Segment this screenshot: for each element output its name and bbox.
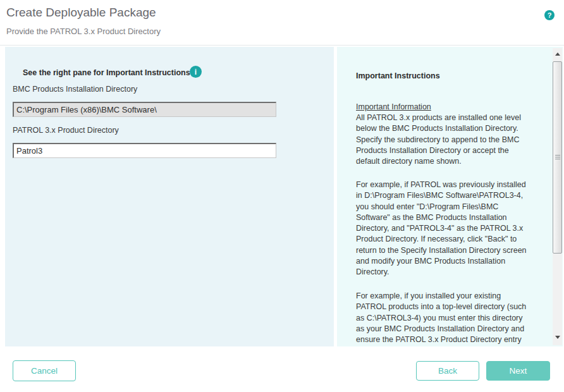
- text-line: PATROL products into a top-level directo…: [356, 302, 552, 312]
- text-line: as your BMC Products Installation Direct…: [356, 324, 552, 334]
- important-information-heading: Important Information: [356, 102, 431, 113]
- form-panel: See the right pane for Important Instruc…: [5, 47, 334, 346]
- text-line: Specify the subdirectory to append to th…: [356, 135, 552, 145]
- next-button[interactable]: Next: [486, 361, 550, 381]
- wizard-window: Create Deployable Package Provide the PA…: [0, 0, 564, 392]
- page-subtitle: Provide the PATROL 3.x Product Directory: [6, 27, 161, 36]
- text-line: as C:\PATROL3-4) you must enter this dir…: [356, 313, 552, 324]
- instructions-title: Important Instructions: [356, 71, 440, 80]
- page-title: Create Deployable Package: [6, 6, 156, 20]
- text-line: return to the Specify Installation Direc…: [356, 245, 552, 256]
- scrollbar-track[interactable]: [553, 48, 562, 345]
- scroll-thumb-grip-icon: [555, 155, 560, 160]
- text-line: Directory, and "PATROL3-4" as the PATROL…: [356, 223, 552, 234]
- back-button[interactable]: Back: [416, 361, 479, 381]
- instructions-paragraph: For example, if you installed your exist…: [356, 291, 552, 346]
- text-line: Directory.: [356, 267, 552, 278]
- cancel-button[interactable]: Cancel: [13, 360, 76, 381]
- scroll-up-icon: [555, 52, 560, 56]
- header-divider: [0, 45, 564, 46]
- text-line: Products Installation Directory or accep…: [356, 145, 552, 156]
- text-line: and modify your BMC Products Installatio…: [356, 256, 552, 267]
- instructions-paragraph: For example, if PATROL was previously in…: [356, 180, 552, 278]
- text-line: Software" as the BMC Products Installati…: [356, 212, 552, 223]
- instructions-paragraph: All PATROL 3.x products are installed on…: [356, 113, 552, 167]
- text-line: ensure the PATROL 3.x Product Directory …: [356, 334, 552, 345]
- instructions-note: See the right pane for Important Instruc…: [23, 68, 190, 77]
- text-line: default directory name shown.: [356, 156, 552, 167]
- text-line: For example, if PATROL was previously in…: [356, 180, 552, 190]
- text-line: above is left blank. If necessary, click…: [356, 345, 552, 346]
- bmc-directory-label: BMC Products Installation Directory: [13, 85, 137, 94]
- bmc-directory-input[interactable]: [13, 102, 276, 117]
- text-line: below the BMC Products Installation Dire…: [356, 123, 552, 134]
- scroll-thumb[interactable]: [553, 61, 562, 254]
- text-line: Product Directory. If necessary, click "…: [356, 234, 552, 245]
- patrol-directory-label: PATROL 3.x Product Directory: [13, 126, 119, 135]
- help-icon[interactable]: ?: [544, 10, 555, 20]
- text-line: All PATROL 3.x products are installed on…: [356, 113, 552, 123]
- text-line: in D:\Program Files\BMC Software\PATROL3…: [356, 190, 552, 201]
- scroll-down-button[interactable]: [553, 333, 562, 342]
- info-icon[interactable]: i: [190, 66, 202, 78]
- instructions-panel: Important Instructions Important Informa…: [337, 47, 563, 346]
- text-line: you should enter "D:\Program Files\BMC: [356, 202, 552, 212]
- scroll-up-button[interactable]: [553, 49, 562, 59]
- scroll-down-icon: [555, 336, 560, 339]
- patrol-directory-input[interactable]: [13, 143, 276, 158]
- text-line: For example, if you installed your exist…: [356, 291, 552, 302]
